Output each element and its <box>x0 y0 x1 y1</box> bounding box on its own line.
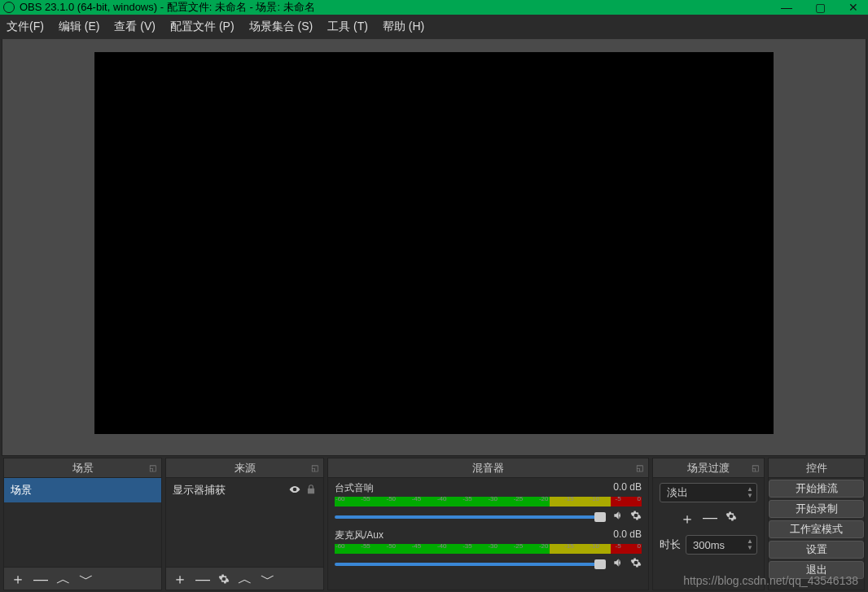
mixer-channel: 台式音响 0.0 dB -60-55-50-45-40-35-30-25-20-… <box>328 478 648 525</box>
channel-level: 0.0 dB <box>613 528 642 542</box>
start-streaming-button[interactable]: 开始推流 <box>769 480 864 498</box>
move-scene-up-button[interactable]: ︿ <box>56 572 71 586</box>
controls-panel: 控件 开始推流 开始录制 工作室模式 设置 退出 <box>768 458 865 590</box>
menu-edit[interactable]: 编辑 (E) <box>57 18 102 36</box>
transition-select[interactable]: 淡出 ▲▼ <box>660 483 757 502</box>
studio-mode-button[interactable]: 工作室模式 <box>769 520 864 538</box>
source-properties-button[interactable] <box>218 573 230 585</box>
obs-logo-icon <box>3 2 20 13</box>
preview-canvas[interactable] <box>94 52 774 434</box>
mixer-title: 混音器 <box>472 461 504 476</box>
menu-view[interactable]: 查看 (V) <box>112 18 157 36</box>
settings-button[interactable]: 设置 <box>769 541 864 559</box>
transitions-title: 场景过渡 <box>687 461 730 476</box>
scenes-title: 场景 <box>72 461 94 476</box>
menu-file[interactable]: 文件(F) <box>5 18 46 36</box>
audio-meter: -60-55-50-45-40-35-30-25-20-15-10-50 <box>335 544 642 554</box>
visibility-toggle-icon[interactable] <box>289 484 300 498</box>
add-scene-button[interactable]: ＋ <box>11 572 25 586</box>
scene-item[interactable]: 场景 <box>4 478 161 502</box>
remove-transition-button[interactable]: — <box>703 509 717 528</box>
controls-title: 控件 <box>806 461 827 476</box>
mixer-panel: 混音器 ◱ 台式音响 0.0 dB -60-55-50-45-40-35-30-… <box>327 458 649 590</box>
speaker-icon[interactable] <box>612 510 624 524</box>
transition-selected: 淡出 <box>667 485 688 500</box>
move-source-up-button[interactable]: ︿ <box>238 572 252 586</box>
audio-meter: -60-55-50-45-40-35-30-25-20-15-10-50 <box>335 497 642 506</box>
menu-scene-collection[interactable]: 场景集合 (S) <box>248 18 315 36</box>
source-label: 显示器捕获 <box>173 483 284 498</box>
channel-name: 麦克风/Aux <box>335 528 384 542</box>
move-source-down-button[interactable]: ﹀ <box>261 572 275 586</box>
menu-profile[interactable]: 配置文件 (P) <box>169 18 236 36</box>
scenes-header: 场景 ◱ <box>4 458 161 478</box>
gear-icon[interactable] <box>630 557 642 571</box>
duration-label: 时长 <box>660 537 681 552</box>
channel-name: 台式音响 <box>335 481 374 495</box>
maximize-button[interactable]: ▢ <box>815 1 826 14</box>
transitions-header: 场景过渡 ◱ <box>653 458 764 478</box>
window-title: OBS 23.1.0 (64-bit, windows) - 配置文件: 未命名… <box>20 0 781 15</box>
scenes-list: 场景 <box>4 478 161 567</box>
exit-button[interactable]: 退出 <box>769 561 864 579</box>
scenes-panel: 场景 ◱ 场景 ＋ — ︿ ﹀ <box>3 458 162 590</box>
move-scene-down-button[interactable]: ﹀ <box>79 572 94 586</box>
titlebar: OBS 23.1.0 (64-bit, windows) - 配置文件: 未命名… <box>0 0 868 15</box>
add-transition-button[interactable]: ＋ <box>680 509 695 528</box>
lock-icon[interactable] <box>305 484 317 498</box>
chevron-down-icon[interactable]: ▼ <box>747 545 753 551</box>
sources-header: 来源 ◱ <box>166 458 323 478</box>
panel-popout-icon[interactable]: ◱ <box>149 463 156 472</box>
sources-list: 显示器捕获 <box>166 478 323 567</box>
volume-slider[interactable] <box>335 515 606 519</box>
add-source-button[interactable]: ＋ <box>173 572 187 586</box>
start-recording-button[interactable]: 开始录制 <box>769 500 864 518</box>
scenes-toolbar: ＋ — ︿ ﹀ <box>4 567 161 590</box>
bottom-panels: 场景 ◱ 场景 ＋ — ︿ ﹀ 来源 ◱ 显示器捕获 <box>0 456 868 590</box>
menubar: 文件(F) 编辑 (E) 查看 (V) 配置文件 (P) 场景集合 (S) 工具… <box>0 15 868 39</box>
panel-popout-icon[interactable]: ◱ <box>752 463 759 472</box>
duration-value: 300ms <box>693 539 725 551</box>
window-controls: — ▢ ✕ <box>781 1 858 14</box>
transitions-panel: 场景过渡 ◱ 淡出 ▲▼ ＋ — 时长 300ms ▲▼ <box>652 458 765 590</box>
mixer-channel: 麦克风/Aux 0.0 dB -60-55-50-45-40-35-30-25-… <box>328 525 648 572</box>
preview-area <box>2 39 866 456</box>
mixer-header: 混音器 ◱ <box>328 458 648 478</box>
volume-slider[interactable] <box>335 563 606 566</box>
menu-help[interactable]: 帮助 (H) <box>381 18 426 36</box>
panel-popout-icon[interactable]: ◱ <box>311 463 318 472</box>
minimize-button[interactable]: — <box>781 1 792 14</box>
controls-header: 控件 <box>769 458 864 478</box>
remove-scene-button[interactable]: — <box>33 572 48 586</box>
panel-popout-icon[interactable]: ◱ <box>636 463 643 472</box>
remove-source-button[interactable]: — <box>195 572 210 586</box>
gear-icon[interactable] <box>630 510 642 524</box>
close-button[interactable]: ✕ <box>848 1 858 14</box>
sources-panel: 来源 ◱ 显示器捕获 ＋ — ︿ ﹀ <box>165 458 324 590</box>
channel-level: 0.0 dB <box>613 481 642 495</box>
chevron-down-icon[interactable]: ▼ <box>747 493 753 499</box>
menu-tools[interactable]: 工具 (T) <box>326 18 370 36</box>
mixer-body: 台式音响 0.0 dB -60-55-50-45-40-35-30-25-20-… <box>328 478 648 590</box>
transition-properties-button[interactable] <box>726 509 737 528</box>
duration-input[interactable]: 300ms ▲▼ <box>686 535 757 555</box>
sources-title: 来源 <box>235 461 256 476</box>
speaker-icon[interactable] <box>612 557 624 571</box>
controls-body: 开始推流 开始录制 工作室模式 设置 退出 <box>769 478 864 590</box>
source-item[interactable]: 显示器捕获 <box>166 478 323 502</box>
sources-toolbar: ＋ — ︿ ﹀ <box>166 567 323 590</box>
transitions-body: 淡出 ▲▼ ＋ — 时长 300ms ▲▼ <box>653 478 764 590</box>
